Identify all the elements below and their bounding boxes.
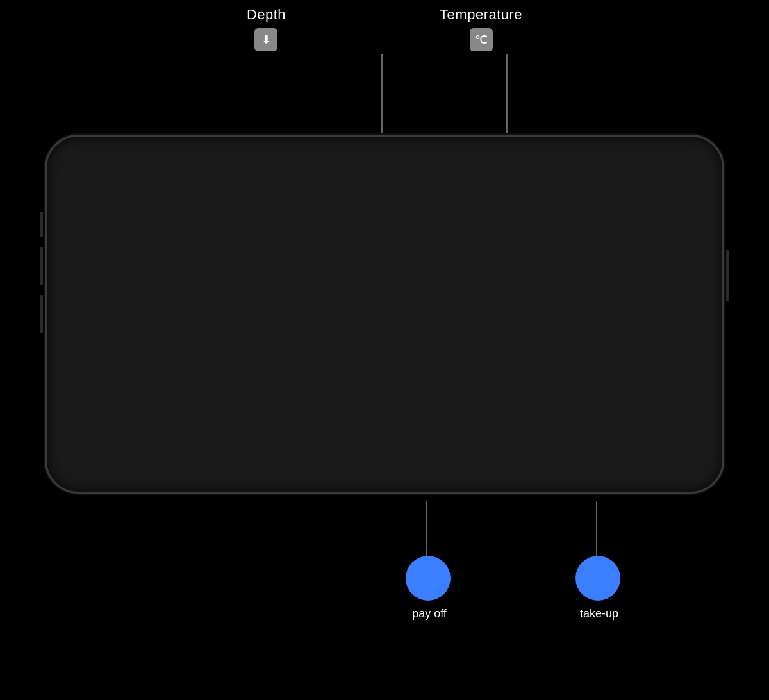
brand-name: CHASING [67, 148, 124, 160]
bottom-annotations: pay off take-up [0, 501, 769, 700]
stationed-icon: 🔒 [217, 175, 227, 185]
stationed-button[interactable]: 🔒 Stationed [210, 172, 267, 188]
pay-off-container: ⬇ pay off [334, 389, 380, 447]
distance-value: 23m [546, 149, 561, 158]
phone-container: ‹ CHASING device is connected GPS 📶 ⬇ De… [45, 135, 724, 494]
main-joystick-right: ▶ [510, 412, 518, 424]
svg-point-56 [424, 269, 427, 272]
depth-icon: ⬇ [254, 28, 277, 51]
distance-icon: ◈ [505, 149, 511, 158]
joystick-left-arrow: ◀ [90, 406, 98, 418]
joystick-down-arrow: ▼ [122, 438, 133, 449]
gps-status: GPS 📶 [326, 149, 354, 158]
fishing-spot-label: Fishing spot [682, 203, 719, 212]
depth-status-label: Depth [372, 149, 393, 158]
main-joystick-up: ▲ [475, 381, 486, 392]
compass-circle: N S E W [610, 172, 655, 217]
temperature-icon: ℃ [470, 28, 493, 51]
payoff-annotation-circle [406, 556, 451, 601]
pan-right-icon: ▶ [246, 404, 257, 421]
distance-status: ◈ Distance 23m [505, 149, 561, 158]
camera-button[interactable]: 📷 [677, 331, 705, 360]
set-up-button[interactable]: ⚙ Set up [668, 222, 714, 240]
record-button[interactable] [674, 292, 707, 325]
lure-display [332, 223, 460, 300]
joystick-center [115, 399, 140, 425]
depth-annotation: Depth ⬇ [247, 6, 286, 135]
set-up-label: Set up [682, 227, 704, 236]
pan-right-label: Pan right [235, 438, 269, 447]
gps-label: GPS [326, 149, 342, 158]
svg-line-50 [383, 223, 396, 262]
record-button-inner [684, 302, 697, 315]
phone-side-button-3 [40, 295, 43, 333]
takeup-annotation-line [596, 501, 597, 559]
gamepad-icon: 🎮 [682, 251, 700, 268]
depth-annotation-line [381, 54, 383, 138]
turn-on-lights-button[interactable]: 💡 turn on the lights [125, 172, 204, 188]
compass: N S E W [610, 172, 655, 217]
pan-left-joystick-container: ▲ ▼ ◀ ▶ Pan left [86, 371, 169, 466]
connection-dot [127, 151, 132, 156]
pay-off-button[interactable]: ⬇ [334, 389, 380, 435]
temperature-annotation: Temperature ℃ [440, 6, 522, 135]
fishing-spot-button[interactable]: ◎ Fishing spot [668, 199, 714, 216]
pan-left-joystick[interactable]: ▲ ▼ ◀ ▶ [86, 371, 169, 454]
temp-annotation-line [506, 54, 508, 138]
cloud-icon: ☁ [684, 148, 694, 160]
stationed-label: Stationed [230, 176, 260, 184]
battery-icon: 🔋 [698, 149, 709, 159]
svg-point-49 [111, 323, 115, 327]
status-bar-left: ‹ CHASING device is connected [60, 148, 204, 160]
take-up-button[interactable]: ⬆ [582, 389, 628, 435]
return-flight-button[interactable]: ↩ return flight [60, 172, 120, 188]
main-joystick[interactable]: ▲ ▼ ◀ ▶ [439, 376, 522, 460]
main-joystick-left: ◀ [443, 412, 451, 424]
camera-icon: 📷 [682, 337, 700, 354]
status-bar-right: ☁ 🔋 [684, 148, 709, 160]
compass-west: W [613, 191, 618, 198]
joystick-up-arrow: ▲ [122, 375, 133, 387]
pay-off-icon: ⬇ [351, 404, 362, 420]
connection-text: device is connected [136, 149, 203, 158]
depth-label: Depth [247, 6, 286, 23]
back-arrow[interactable]: ‹ [60, 149, 63, 159]
pan-right-button[interactable]: ▶ [229, 389, 275, 435]
return-flight-label: return flight [78, 176, 113, 184]
takeup-annotation-text: take-up [561, 607, 638, 621]
temp-status-value: 23°C [479, 149, 496, 158]
put-away-button[interactable]: ≡ Put away [668, 176, 714, 192]
depth-status-value: 1.2m [395, 149, 413, 158]
main-joystick-down: ▼ [475, 444, 486, 455]
set-up-icon: ⚙ [669, 225, 678, 237]
status-bar-center: GPS 📶 ⬇ Depth 1.2m ℃ Temperature 23°C ◈ … [209, 149, 679, 158]
svg-point-52 [370, 260, 381, 267]
phone-side-button-1 [40, 212, 43, 237]
temperature-label: Temperature [440, 6, 522, 23]
compass-south: S [631, 207, 635, 214]
fishing-spot-icon: ◎ [669, 201, 678, 213]
pay-off-label: pay off [345, 438, 370, 447]
anti-sway-icon: 〰 [588, 176, 595, 184]
phone-screen: ‹ CHASING device is connected GPS 📶 ⬇ De… [50, 140, 719, 488]
lights-icon: 💡 [132, 175, 142, 185]
main-joystick-container: ▲ ▼ ◀ ▶ [439, 376, 522, 460]
payoff-annotation-line [426, 501, 427, 559]
sidebar-divider [668, 277, 714, 278]
depth-status-icon: ⬇ [363, 149, 370, 158]
phone-side-button-2 [40, 247, 43, 285]
right-sidebar: ≡ Put away ◎ Fishing spot ⚙ Set up 🎮 📷 [663, 168, 719, 488]
joystick-right-arrow: ▶ [157, 406, 165, 418]
take-up-container: ⬆ take-up [582, 389, 628, 447]
take-up-icon: ⬆ [599, 404, 611, 421]
turn-on-lights-label: turn on the lights [145, 176, 197, 184]
put-away-label: Put away [679, 179, 710, 188]
pan-right-container: ▶ Pan right [229, 389, 275, 447]
return-flight-icon: ↩ [67, 175, 74, 185]
depth-status: ⬇ Depth 1.2m [363, 149, 413, 158]
phone-side-button-right [726, 250, 729, 301]
distance-label: Distance [513, 149, 543, 158]
top-annotations: Depth ⬇ Temperature ℃ [0, 0, 769, 135]
compass-east: E [648, 191, 652, 198]
status-bar: ‹ CHASING device is connected GPS 📶 ⬇ De… [50, 140, 719, 168]
